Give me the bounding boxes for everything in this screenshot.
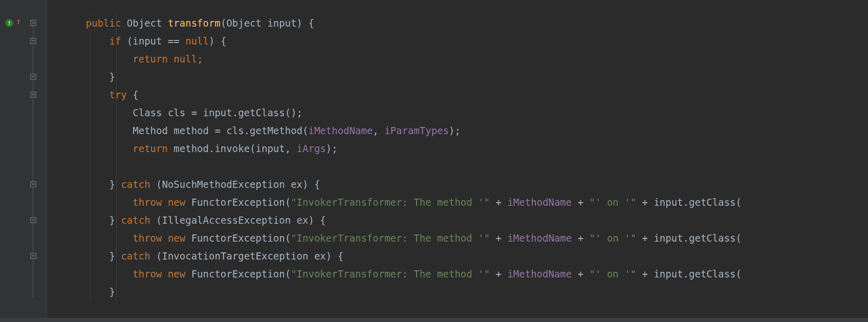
code-line[interactable]: }: [47, 68, 868, 86]
fold-toggle-icon[interactable]: −: [30, 38, 36, 44]
indent-whitespace: [62, 125, 133, 136]
code-token: method.invoke(input,: [173, 143, 296, 154]
indent-guide: [116, 176, 117, 194]
code-token: );: [326, 143, 338, 154]
indent-guide: [116, 14, 117, 32]
code-editor[interactable]: ↑ −−−−−−− public Object transform(Object…: [0, 0, 868, 322]
code-token: }: [110, 71, 115, 82]
indent-guide: [116, 104, 117, 122]
code-token: Object: [127, 17, 168, 29]
code-line[interactable]: public Object transform(Object input) {: [47, 14, 868, 32]
code-line[interactable]: } catch (NoSuchMethodException ex) {: [47, 176, 868, 194]
indent-guide: [116, 265, 117, 283]
code-token: +: [572, 197, 589, 208]
fold-toggle-icon[interactable]: −: [30, 253, 36, 259]
code-token: (input ==: [127, 35, 185, 47]
code-line[interactable]: return method.invoke(input, iArgs);: [47, 140, 868, 158]
indent-whitespace: [62, 71, 110, 82]
code-line[interactable]: throw new FunctorException("InvokerTrans…: [47, 194, 868, 211]
indent-guide: [90, 283, 90, 301]
code-token: null: [185, 35, 209, 47]
code-token: "' on '": [590, 232, 637, 244]
code-line[interactable]: throw new FunctorException("InvokerTrans…: [47, 265, 868, 283]
code-token: ;: [197, 53, 203, 65]
code-token: throw new: [133, 232, 191, 244]
indent-whitespace: [62, 232, 133, 244]
code-token: iMethodName: [507, 232, 572, 244]
code-line[interactable]: } catch (IllegalAccessException ex) {: [47, 211, 868, 229]
indent-guide: [90, 211, 90, 229]
indent-whitespace: [62, 197, 133, 208]
code-token: catch: [121, 250, 156, 262]
code-token: if: [110, 35, 127, 47]
fold-toggle-icon[interactable]: −: [30, 20, 36, 26]
code-token: "' on '": [590, 197, 637, 208]
info-marker-icon[interactable]: [5, 19, 13, 27]
code-token: +: [490, 232, 507, 244]
code-token: return: [133, 143, 173, 154]
code-token: public: [86, 17, 127, 29]
indent-guide: [116, 229, 117, 247]
indent-guide: [90, 140, 90, 158]
indent-guide: [116, 50, 117, 68]
code-line[interactable]: try {: [47, 86, 868, 104]
indent-guide: [90, 247, 90, 265]
code-token: +: [572, 268, 589, 280]
code-line[interactable]: Class cls = input.getClass();: [47, 104, 868, 122]
code-area[interactable]: public Object transform(Object input) { …: [47, 0, 868, 322]
fold-toggle-icon[interactable]: −: [30, 181, 36, 187]
code-line[interactable]: if (input == null) {: [47, 32, 868, 50]
code-token: (InvocationTargetException ex) {: [156, 250, 343, 262]
code-token: throw new: [133, 197, 191, 208]
code-token: }: [110, 214, 121, 226]
fold-toggle-icon[interactable]: −: [30, 74, 36, 80]
code-line[interactable]: }: [47, 283, 868, 301]
code-line[interactable]: Method method = cls.getMethod(iMethodNam…: [47, 122, 868, 140]
indent-whitespace: [62, 143, 133, 154]
indent-guide: [90, 68, 90, 86]
fold-toggle-icon[interactable]: −: [30, 217, 36, 223]
indent-whitespace: [62, 35, 110, 47]
indent-guide: [90, 122, 90, 140]
indent-guide: [116, 247, 117, 265]
indent-guide: [116, 32, 117, 50]
indent-guide: [90, 176, 90, 194]
code-token: (IllegalAccessException ex) {: [156, 214, 326, 226]
override-arrow-icon[interactable]: ↑: [14, 17, 23, 25]
indent-guide: [90, 86, 90, 104]
indent-guide: [90, 50, 90, 68]
indent-guide: [116, 283, 117, 301]
indent-guide: [116, 194, 117, 211]
code-token: ) {: [209, 35, 226, 47]
indent-whitespace: [62, 107, 133, 118]
code-token: Method method = cls.getMethod(: [133, 125, 308, 136]
code-token: "' on '": [590, 268, 637, 280]
code-token: transform: [168, 17, 221, 29]
code-line[interactable]: [47, 158, 868, 176]
indent-guide: [90, 158, 90, 176]
code-token: iArgs: [297, 143, 326, 154]
indent-whitespace: [62, 214, 110, 226]
code-token: "InvokerTransformer: The method '": [291, 232, 490, 244]
code-token: + input.getClass(: [636, 268, 742, 280]
indent-whitespace: [62, 17, 86, 29]
code-token: }: [110, 250, 121, 262]
indent-guide: [116, 158, 117, 176]
indent-whitespace: [62, 250, 110, 262]
indent-guide: [116, 122, 117, 140]
code-line[interactable]: } catch (InvocationTargetException ex) {: [47, 247, 868, 265]
code-line[interactable]: throw new FunctorException("InvokerTrans…: [47, 229, 868, 247]
code-token: return: [133, 53, 173, 65]
indent-guide: [90, 265, 90, 283]
code-token: iParamTypes: [384, 125, 449, 136]
indent-whitespace: [62, 268, 133, 280]
code-token: throw new: [133, 268, 191, 280]
fold-toggle-icon[interactable]: −: [30, 92, 36, 98]
code-line[interactable]: return null;: [47, 50, 868, 68]
code-token: );: [449, 125, 461, 136]
code-token: +: [490, 197, 507, 208]
code-token: {: [133, 89, 138, 100]
code-token: iMethodName: [507, 268, 572, 280]
code-token: FunctorException(: [191, 197, 291, 208]
code-token: Class cls = input.getClass();: [133, 107, 302, 118]
